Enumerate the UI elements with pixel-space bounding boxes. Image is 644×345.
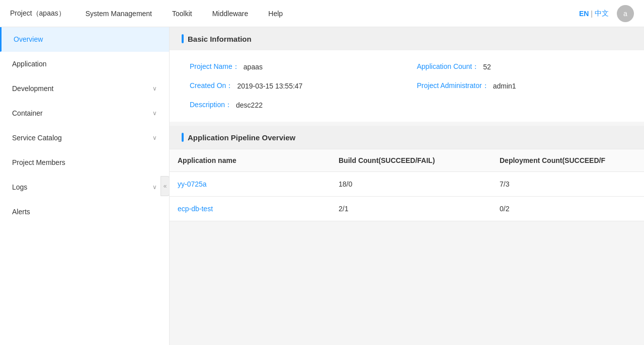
sidebar-item-development-label: Development bbox=[12, 84, 54, 93]
project-name-row: Project Name： apaas bbox=[190, 62, 397, 71]
chevron-down-icon: ∨ bbox=[152, 85, 157, 92]
col-header-deploy-count: Deployment Count(SUCCEED/F bbox=[492, 149, 644, 171]
sidebar-item-overview-label: Overview bbox=[14, 35, 43, 43]
chevron-down-icon: ∨ bbox=[152, 184, 157, 191]
basic-info-header: Basic Information bbox=[170, 27, 644, 50]
sidebar-item-alerts-label: Alerts bbox=[12, 208, 30, 216]
table-header-row: Application name Build Count(SUCCEED/FAI… bbox=[170, 149, 644, 172]
app-count-label: Application Count： bbox=[417, 62, 479, 71]
section-bar-icon bbox=[182, 34, 184, 43]
build-count-cell: 18/0 bbox=[331, 172, 492, 196]
chevron-down-icon: ∨ bbox=[152, 110, 157, 117]
sidebar-item-application[interactable]: Application bbox=[0, 52, 169, 76]
sidebar-item-logs-label: Logs bbox=[12, 183, 27, 191]
sidebar-item-project-members-label: Project Members bbox=[12, 158, 65, 166]
pipeline-header: Application Pipeline Overview bbox=[170, 126, 644, 149]
nav-help[interactable]: Help bbox=[268, 10, 283, 18]
sidebar-item-service-catalog-label: Service Catalog bbox=[12, 134, 62, 142]
description-value: desc222 bbox=[236, 101, 263, 109]
pipeline-table: Application name Build Count(SUCCEED/FAI… bbox=[170, 149, 644, 221]
main-content: Basic Information Project Name： apaas Ap… bbox=[170, 27, 644, 345]
project-admin-label: Project Administrator： bbox=[417, 81, 489, 91]
description-row: Description： desc222 bbox=[190, 101, 397, 110]
user-avatar[interactable]: a bbox=[617, 5, 634, 22]
deploy-count-cell: 0/2 bbox=[492, 197, 644, 221]
basic-info-grid: Project Name： apaas Application Count： 5… bbox=[190, 62, 624, 110]
deploy-count-cell: 7/3 bbox=[492, 172, 644, 196]
sidebar-item-container[interactable]: Container ∨ bbox=[0, 101, 169, 126]
table-row: yy-0725a 18/0 7/3 bbox=[170, 172, 644, 197]
table-row: ecp-db-test 2/1 0/2 bbox=[170, 197, 644, 221]
basic-info-title: Basic Information bbox=[188, 35, 252, 43]
created-on-row: Created On： 2019-03-15 13:55:47 bbox=[190, 81, 397, 91]
main-layout: Overview Application Development ∨ Conta… bbox=[0, 27, 644, 345]
pipeline-title: Application Pipeline Overview bbox=[188, 133, 295, 142]
project-admin-row: Project Administrator： admin1 bbox=[417, 81, 624, 91]
description-label: Description： bbox=[190, 101, 232, 110]
col-header-build-count: Build Count(SUCCEED/FAIL) bbox=[331, 149, 492, 171]
build-count-cell: 2/1 bbox=[331, 197, 492, 221]
sidebar-item-logs[interactable]: Logs ∨ bbox=[0, 175, 169, 200]
sidebar-item-container-label: Container bbox=[12, 109, 43, 117]
nav-system-management[interactable]: System Management bbox=[86, 10, 152, 18]
sidebar-item-overview[interactable]: Overview bbox=[0, 27, 169, 52]
nav-menu: Project（apaas） System Management Toolkit… bbox=[10, 9, 579, 18]
language-switcher[interactable]: EN | 中文 bbox=[579, 9, 609, 18]
project-name-value: apaas bbox=[244, 63, 263, 71]
lang-zh[interactable]: 中文 bbox=[595, 9, 609, 18]
sidebar-item-application-label: Application bbox=[12, 60, 47, 68]
nav-toolkit[interactable]: Toolkit bbox=[172, 10, 192, 18]
sidebar-item-alerts[interactable]: Alerts bbox=[0, 200, 169, 224]
app-count-row: Application Count： 52 bbox=[417, 62, 624, 71]
section-bar-icon bbox=[182, 133, 184, 142]
app-name-link[interactable]: ecp-db-test bbox=[170, 197, 331, 221]
project-admin-value: admin1 bbox=[493, 82, 516, 90]
lang-separator: | bbox=[591, 10, 593, 18]
project-name-label: Project Name： bbox=[190, 62, 239, 71]
sidebar-collapse-button[interactable]: « bbox=[160, 176, 170, 196]
sidebar-item-project-members[interactable]: Project Members bbox=[0, 150, 169, 175]
lang-en[interactable]: EN bbox=[579, 10, 589, 18]
sidebar-item-development[interactable]: Development ∨ bbox=[0, 76, 169, 101]
chevron-down-icon: ∨ bbox=[152, 134, 157, 141]
basic-info-section: Project Name： apaas Application Count： 5… bbox=[170, 50, 644, 122]
sidebar-item-service-catalog[interactable]: Service Catalog ∨ bbox=[0, 126, 169, 150]
nav-project[interactable]: Project（apaas） bbox=[10, 9, 65, 18]
app-count-value: 52 bbox=[483, 63, 491, 71]
col-header-app-name: Application name bbox=[170, 149, 331, 171]
sidebar: Overview Application Development ∨ Conta… bbox=[0, 27, 170, 345]
created-on-value: 2019-03-15 13:55:47 bbox=[237, 82, 302, 90]
pipeline-section: Application Pipeline Overview Applicatio… bbox=[170, 126, 644, 221]
top-navigation: Project（apaas） System Management Toolkit… bbox=[0, 0, 644, 27]
app-name-link[interactable]: yy-0725a bbox=[170, 172, 331, 196]
nav-middleware[interactable]: Middleware bbox=[212, 10, 249, 18]
created-on-label: Created On： bbox=[190, 81, 233, 91]
